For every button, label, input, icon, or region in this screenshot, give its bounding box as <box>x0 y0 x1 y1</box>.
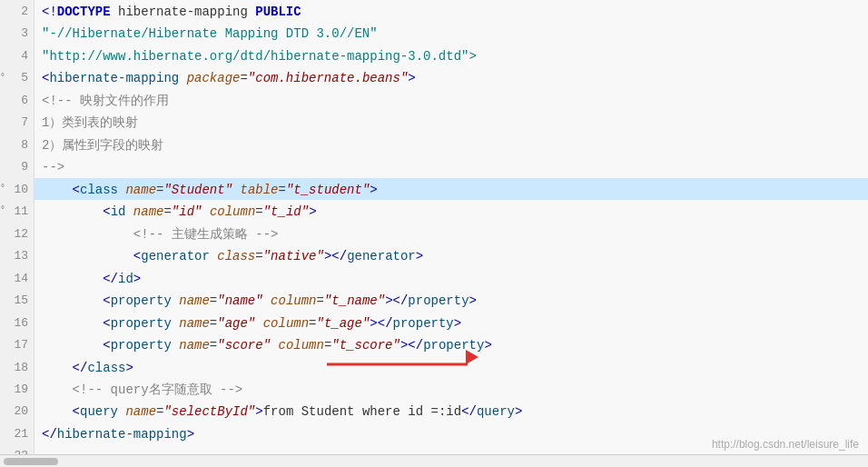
line-number: °5 <box>0 66 35 88</box>
line-number: 18 <box>0 356 35 378</box>
code-line: 2<!DOCTYPE hibernate-mapping PUBLIC <box>0 0 868 22</box>
line-text: --> <box>35 155 868 177</box>
code-line: 82）属性到字段的映射 <box>0 134 868 155</box>
code-line: 17 <property name="score" column="t_scor… <box>0 333 868 355</box>
line-text: </class> <box>35 356 868 378</box>
line-number: 3 <box>0 22 35 44</box>
code-line: 15 <property name="name" column="t_name"… <box>0 289 868 311</box>
line-text: 1）类到表的映射 <box>35 111 868 133</box>
code-line: 13 <generator class="native"></generator… <box>0 244 868 266</box>
line-number: 8 <box>0 134 35 155</box>
line-number: 15 <box>0 289 35 311</box>
horizontal-scrollbar[interactable] <box>0 454 868 467</box>
line-number: 2 <box>0 0 35 22</box>
line-text: <!-- 映射文件的作用 <box>35 89 868 111</box>
line-number: 16 <box>0 312 35 333</box>
line-text: "-//Hibernate/Hibernate Mapping DTD 3.0/… <box>35 22 868 44</box>
code-editor: 2<!DOCTYPE hibernate-mapping PUBLIC3"-//… <box>0 0 868 467</box>
code-line: °10 <class name="Student" table="t_stude… <box>0 178 868 200</box>
line-text: 2）属性到字段的映射 <box>35 134 868 155</box>
line-text: "http://www.hibernate.org/dtd/hibernate-… <box>35 45 868 66</box>
code-line: °11 <id name="id" column="t_id"> <box>0 200 868 222</box>
code-line: 12 <!-- 主键生成策略 --> <box>0 223 868 244</box>
line-text: <generator class="native"></generator> <box>35 244 868 266</box>
line-text: <property name="score" column="t_score">… <box>35 333 868 355</box>
line-number: °11 <box>0 200 35 222</box>
line-text: <class name="Student" table="t_student"> <box>35 178 868 200</box>
code-line: °5<hibernate-mapping package="com.hibern… <box>0 66 868 88</box>
line-text: <id name="id" column="t_id"> <box>35 200 868 222</box>
line-number: 9 <box>0 155 35 177</box>
line-text: <!DOCTYPE hibernate-mapping PUBLIC <box>35 0 868 22</box>
line-number: 4 <box>0 45 35 66</box>
line-text: <query name="selectById">from Student wh… <box>35 400 868 422</box>
code-line: 3"-//Hibernate/Hibernate Mapping DTD 3.0… <box>0 22 868 44</box>
line-number: 12 <box>0 223 35 244</box>
line-number: 7 <box>0 111 35 133</box>
line-text: <!-- 主键生成策略 --> <box>35 223 868 244</box>
line-text: <!-- query名字随意取 --> <box>35 378 868 400</box>
code-line: 19 <!-- query名字随意取 --> <box>0 378 868 400</box>
code-line: 20 <query name="selectById">from Student… <box>0 400 868 422</box>
line-number: 13 <box>0 244 35 266</box>
line-number: 20 <box>0 400 35 422</box>
line-number: 17 <box>0 333 35 355</box>
code-line: 16 <property name="age" column="t_age"><… <box>0 312 868 333</box>
code-line: 14 </id> <box>0 267 868 289</box>
watermark: http://blog.csdn.net/leisure_life <box>712 438 859 451</box>
code-line: 18 </class> <box>0 356 868 378</box>
line-number: 6 <box>0 89 35 111</box>
code-line: 6<!-- 映射文件的作用 <box>0 89 868 111</box>
line-number: °10 <box>0 178 35 200</box>
code-line: 9--> <box>0 155 868 177</box>
line-number: 19 <box>0 378 35 400</box>
line-text: <property name="age" column="t_age"></pr… <box>35 312 868 333</box>
line-number: 14 <box>0 267 35 289</box>
line-text: <hibernate-mapping package="com.hibernat… <box>35 66 868 88</box>
line-number: 21 <box>0 422 35 444</box>
line-text: </id> <box>35 267 868 289</box>
code-line: 71）类到表的映射 <box>0 111 868 133</box>
code-content: 2<!DOCTYPE hibernate-mapping PUBLIC3"-//… <box>0 0 868 467</box>
scroll-thumb[interactable] <box>4 458 58 465</box>
code-line: 4"http://www.hibernate.org/dtd/hibernate… <box>0 45 868 66</box>
line-text: <property name="name" column="t_name"></… <box>35 289 868 311</box>
